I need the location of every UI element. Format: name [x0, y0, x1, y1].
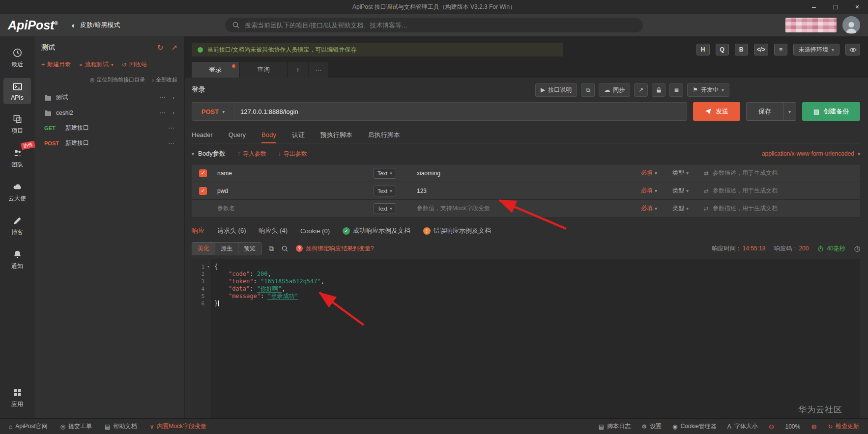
response-editor[interactable]: 1▾{2 "code": 200,3 "token": "1651AS5a612… — [192, 259, 860, 418]
maximize-icon[interactable]: □ — [825, 0, 846, 14]
tree-folder[interactable]: ceshi2 ⋯› — [41, 105, 177, 120]
more-icon[interactable]: ⋯ — [168, 139, 174, 147]
param-name-input[interactable]: name — [214, 170, 374, 177]
export-params-button[interactable]: ↓导出参数 — [278, 150, 307, 158]
close-icon[interactable]: × — [846, 0, 868, 14]
api-doc-button[interactable]: ▶接口说明 — [535, 83, 577, 97]
param-name-input[interactable]: pwd — [214, 188, 374, 194]
bind-variable-help[interactable]: ? 如何绑定响应结果到变量? — [296, 244, 374, 253]
param-name-input[interactable]: 参数名 — [214, 204, 374, 213]
sidebar-item-notify[interactable]: 通知 — [3, 246, 31, 273]
tab-login[interactable]: 登录 — [192, 62, 239, 78]
tab-request-headers[interactable]: 请求头 (6) — [217, 226, 246, 235]
tab-header[interactable]: Header — [192, 127, 213, 143]
sidebar-item-recent[interactable]: 最近 — [3, 44, 31, 72]
copy-button[interactable]: ⧉ — [581, 83, 595, 97]
more-icon[interactable]: ⋯ — [159, 109, 166, 116]
tab-pre-script[interactable]: 预执行脚本 — [320, 127, 352, 143]
b-button[interactable]: B — [735, 44, 748, 55]
filter-button[interactable]: ≡ — [774, 44, 787, 55]
tab-success-example[interactable]: ✓成功响应示例及文档 — [343, 226, 410, 235]
zoom-in-icon[interactable]: ⊕ — [811, 423, 817, 431]
param-type-select[interactable]: Text▾ — [374, 186, 396, 196]
tab-query-params[interactable]: Query — [229, 127, 246, 143]
db-button[interactable]: ≣ — [669, 83, 683, 97]
sidebar-item-blog[interactable]: 博客 — [3, 212, 31, 240]
help-doc-link[interactable]: ▤帮助文档 — [105, 422, 137, 431]
skin-toggle[interactable]: ◐ 皮肤/暗黑模式 — [72, 21, 120, 29]
new-dir-button[interactable]: +新建目录 — [41, 60, 71, 69]
content-type-select[interactable]: application/x-www-form-urlencoded▾ — [762, 150, 860, 157]
status-select[interactable]: ⚑开发中▾ — [687, 83, 729, 97]
tab-body[interactable]: Body — [261, 127, 276, 143]
tab-more-button[interactable]: ⋯ — [309, 62, 328, 78]
url-input[interactable] — [234, 103, 687, 120]
sync-button[interactable]: ☁同步 — [599, 83, 630, 97]
body-params-title[interactable]: ▾Body参数 — [192, 149, 226, 158]
search-input[interactable] — [225, 18, 643, 32]
param-type-select[interactable]: Text▾ — [374, 168, 396, 179]
submit-ticket-link[interactable]: ◎提交工单 — [60, 422, 92, 431]
param-desc-input[interactable]: ⇄参数描述，用于生成文档 — [704, 169, 860, 177]
share-button[interactable]: ↗ — [634, 83, 648, 97]
copy-response-button[interactable]: ⧉ — [269, 244, 274, 253]
param-required-select[interactable]: 必填▾ — [641, 187, 672, 195]
share-icon[interactable]: ↗ — [171, 43, 177, 52]
send-button[interactable]: 发送 — [693, 102, 740, 121]
param-datatype-select[interactable]: 类型▾ — [672, 204, 704, 213]
code-button[interactable]: </> — [754, 44, 768, 55]
settings-button[interactable]: ⚙设置 — [641, 422, 662, 431]
tab-cookie[interactable]: Cookie (0) — [300, 227, 330, 235]
recycle-bin-button[interactable]: ↺回收站 — [122, 60, 147, 69]
eye-button[interactable] — [845, 44, 860, 55]
check-update-button[interactable]: ↻检查更新 — [828, 422, 859, 431]
tab-error-example[interactable]: !错误响应示例及文档 — [423, 226, 491, 235]
preview-button[interactable]: 预览 — [238, 243, 261, 255]
save-button[interactable]: 保存 — [747, 103, 783, 120]
sidebar-item-project[interactable]: 项目 — [3, 110, 31, 138]
env-select[interactable]: 未选择环境 ▾ — [793, 44, 839, 55]
q-button[interactable]: Q — [716, 44, 729, 55]
h-button[interactable]: H — [696, 44, 710, 55]
minimize-icon[interactable]: – — [803, 0, 825, 14]
param-required-select[interactable]: 必填▾ — [641, 169, 672, 177]
tab-post-script[interactable]: 后执行脚本 — [368, 127, 400, 143]
param-value-input[interactable]: 123 — [409, 188, 641, 194]
method-select[interactable]: POST▾ — [192, 103, 234, 120]
sidebar-item-cloud[interactable]: 云大使 — [3, 178, 31, 206]
param-checkbox[interactable]: ✓ — [199, 169, 207, 177]
official-site-link[interactable]: ⌂ApiPost官网 — [9, 422, 48, 431]
tab-response[interactable]: 响应 — [192, 226, 204, 235]
lock-button[interactable] — [652, 83, 665, 97]
locate-current-button[interactable]: ◎定位到当前接口目录 — [90, 76, 145, 83]
script-log-button[interactable]: ▤脚本日志 — [599, 422, 631, 431]
param-type-select[interactable]: Text▾ — [374, 203, 396, 214]
tree-api-post[interactable]: POST 新建接口 ⋯ — [41, 136, 177, 151]
raw-button[interactable]: 原生 — [215, 243, 238, 255]
create-backup-button[interactable]: ▤创建备份 — [802, 102, 860, 121]
more-icon[interactable]: ⋯ — [159, 94, 166, 101]
tree-api-get[interactable]: GET 新建接口 ⋯ — [41, 120, 177, 136]
sidebar-item-team[interactable]: 协作 团队 — [3, 144, 31, 172]
mock-variables-link[interactable]: ∨内置Mock字段变量 — [149, 422, 206, 431]
param-required-select[interactable]: 必填▾ — [641, 204, 672, 213]
beautify-button[interactable]: 美化 — [192, 243, 215, 255]
tab-auth[interactable]: 认证 — [292, 127, 305, 143]
refresh-icon[interactable]: ↻ — [157, 43, 164, 52]
param-value-input[interactable]: xiaoming — [409, 170, 641, 177]
more-icon[interactable]: ⋯ — [168, 124, 174, 132]
tab-response-headers[interactable]: 响应头 (4) — [259, 226, 288, 235]
tab-query[interactable]: 查询 — [240, 62, 287, 78]
search-response-button[interactable] — [281, 245, 289, 252]
import-params-button[interactable]: ↑导入参数 — [237, 150, 266, 158]
param-datatype-select[interactable]: 类型▾ — [672, 169, 704, 177]
param-value-input[interactable]: 参数值，支持Mock字段变量 — [409, 204, 641, 213]
flow-test-button[interactable]: »流程测试▾ — [79, 60, 114, 69]
cookie-manager-button[interactable]: ◉Cookie管理器 — [672, 422, 717, 431]
font-size-button[interactable]: A字体大小 — [727, 422, 758, 431]
add-tab-button[interactable]: + — [288, 62, 308, 78]
avatar[interactable] — [842, 16, 860, 34]
param-desc-input[interactable]: ⇄参数描述，用于生成文档 — [704, 187, 860, 195]
sidebar-item-apps[interactable]: 应用 — [3, 384, 31, 411]
zoom-out-icon[interactable]: ⊖ — [769, 423, 775, 431]
